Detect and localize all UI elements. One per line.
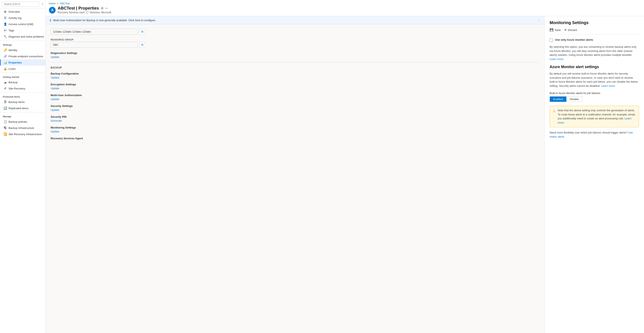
discard-button[interactable]: ✕ Discard [564, 28, 577, 32]
sidebar-item-backup[interactable]: ☁ Backup [0, 79, 46, 85]
sidebar-item-label: Locks [8, 67, 16, 70]
monitoring-toolbar: 💾 Save ✕ Discard [550, 28, 639, 35]
private-endpoints-icon: 🔗 [4, 55, 7, 58]
monitoring-settings-title: Monitoring Settings [50, 126, 540, 129]
sidebar-item-backup-infrastructure[interactable]: 🏗 Backup Infrastructure [0, 125, 46, 131]
backup-policies-icon: 📋 [4, 120, 7, 123]
page-title-block: ABCTest | Properties ☆ ··· Recovery Serv… [58, 6, 111, 14]
sidebar-item-label: Access control (IAM) [8, 23, 34, 26]
mua-title: Multi-User Authorization [50, 94, 540, 97]
backup-config-title: Backup Configuration [50, 72, 540, 75]
info-banner[interactable]: ℹ Multi-User Authorization for Backup is… [46, 16, 544, 25]
tags-icon: 🏷 [4, 29, 7, 32]
mua-update-link[interactable]: Update [50, 98, 59, 101]
page-header: Home > ABCTest A ABCTest | Properties ☆ … [46, 0, 644, 16]
sidebar-item-label: Properties [8, 61, 22, 64]
properties-panel: ℹ Multi-User Authorization for Backup is… [46, 16, 544, 333]
learn-more-link-2[interactable]: Learn more. [601, 84, 616, 87]
encryption-settings-row: Encryption Settings Update [50, 83, 540, 90]
sidebar-search-area: 《 [0, 0, 46, 9]
info-icon[interactable]: ⓘ [86, 11, 88, 14]
security-pin-row: Security PIN Generate [50, 115, 540, 122]
breadcrumb: Home > ABCTest [49, 2, 641, 5]
resource-group-label: Resource group [50, 39, 540, 41]
monitoring-settings-update-link[interactable]: Update [50, 130, 59, 133]
sidebar-item-site-recovery-infrastructure[interactable]: 🔁 Site Recovery infrastructure [0, 131, 46, 137]
sidebar-item-label: Private endpoint connections [8, 55, 43, 58]
security-settings-row: Security Settings Update [50, 104, 540, 112]
sidebar-item-overview[interactable]: ⊞ Overview [0, 9, 46, 15]
security-settings-update-link[interactable]: Update [50, 108, 59, 112]
azure-monitor-checkbox-label: Use only Azure monitor alerts [555, 38, 593, 41]
getting-started-section-label: Getting started [0, 74, 46, 79]
properties-icon: 📊 [4, 61, 7, 64]
enabled-toggle[interactable]: Enabled [550, 97, 566, 102]
save-label: Save [554, 29, 561, 32]
sidebar-item-access-control[interactable]: 👤 Access control (IAM) [0, 21, 46, 27]
page-subtitle: Recovery Services vault ⓘ Directory: Mic… [58, 11, 111, 14]
save-button[interactable]: 💾 Save [550, 28, 561, 32]
disable-toggle[interactable]: Disable [566, 97, 582, 102]
sidebar-item-properties[interactable]: 📊 Properties [0, 59, 46, 66]
sidebar-item-label: Overview [8, 10, 20, 13]
diagnose-icon: 🔧 [4, 35, 7, 38]
backup-config-update-link[interactable]: Update [50, 76, 59, 79]
sidebar-item-backup-policies[interactable]: 📋 Backup policies [0, 119, 46, 125]
copy-resource-group-button[interactable]: ⧉ [140, 42, 145, 48]
overview-icon: ⊞ [4, 10, 7, 13]
recovery-agent-title: Recovery Services Agent [50, 137, 540, 140]
sidebar-item-label: Diagnose and solve problems [8, 35, 44, 38]
azure-monitor-checkbox-row: Use only Azure monitor alerts [550, 38, 639, 42]
copy-resource-id-button[interactable]: ⧉ [140, 29, 145, 35]
sidebar-item-tags[interactable]: 🏷 Tags [0, 27, 46, 34]
sidebar: 《 ⊞ Overview ☰ Activity log 👤 Access con… [0, 0, 46, 333]
diagnostics-settings-row: Diagnostics Settings Update [50, 52, 540, 59]
sidebar-item-private-endpoints[interactable]: 🔗 Private endpoint connections [0, 53, 46, 59]
sidebar-item-locks[interactable]: 🔒 Locks [0, 66, 46, 72]
sidebar-item-identity[interactable]: 🔑 Identity [0, 47, 46, 53]
sidebar-item-label: Activity log [8, 17, 21, 20]
learn-more-link-1[interactable]: Learn more. [550, 58, 564, 61]
main-area: Home > ABCTest A ABCTest | Properties ☆ … [46, 0, 644, 333]
warning-icon: ⚠ [553, 109, 556, 114]
resource-id-row: ⧉ [50, 29, 540, 35]
search-input[interactable] [2, 2, 39, 7]
encryption-update-link[interactable]: Update [50, 87, 59, 90]
sidebar-item-label: Tags [8, 29, 14, 32]
diagnostics-title: Diagnostics Settings [50, 52, 540, 55]
mua-settings-row: Multi-User Authorization Update [50, 94, 540, 101]
sidebar-item-label: Backup items [8, 101, 25, 104]
site-recovery-icon: ↺ [4, 87, 7, 90]
breadcrumb-current[interactable]: ABCTest [60, 2, 70, 5]
sidebar-item-label: Backup Infrastructure [8, 126, 34, 130]
warning-text: Note that the above setting only control… [558, 108, 636, 125]
sidebar-item-diagnose[interactable]: 🔧 Diagnose and solve problems [0, 34, 46, 40]
favorite-icon[interactable]: ☆ [100, 6, 104, 10]
built-in-alerts-label: Built-in Azure Monitor alerts for job fa… [550, 92, 639, 95]
diagnostics-update-link[interactable]: Update [50, 56, 59, 59]
resource-id-field: ⧉ [50, 29, 540, 35]
security-pin-generate-link[interactable]: Generate [50, 119, 62, 122]
breadcrumb-home[interactable]: Home [49, 2, 56, 5]
azure-monitor-checkbox[interactable] [550, 39, 553, 42]
sidebar-item-label: Site Recovery infrastructure [8, 133, 42, 136]
sidebar-item-site-recovery[interactable]: ↺ Site Recovery [0, 85, 46, 92]
protected-items-section-label: Protected items [0, 93, 46, 99]
recovery-agent-row: Recovery Services Agent [50, 137, 540, 140]
backup-icon: ☁ [4, 81, 7, 84]
sidebar-item-activity-log[interactable]: ☰ Activity log [0, 15, 46, 21]
more-options-icon[interactable]: ··· [105, 7, 108, 10]
resource-group-row: ⧉ [50, 42, 540, 48]
monitoring-panel: Monitoring Settings 💾 Save ✕ Discard Use… [544, 16, 644, 333]
replicated-items-icon: 🔄 [4, 107, 7, 110]
banner-info-icon: ℹ [50, 18, 51, 22]
identity-icon: 🔑 [4, 48, 7, 52]
sidebar-item-backup-items[interactable]: 🗄 Backup items [0, 99, 46, 105]
collapse-sidebar-button[interactable]: 《 [40, 2, 43, 6]
sidebar-item-label: Backup [8, 81, 18, 84]
azure-monitor-alert-description: By default you will receive built-in Azu… [550, 72, 639, 88]
locks-icon: 🔒 [4, 67, 7, 70]
backup-infrastructure-icon: 🏗 [4, 126, 7, 130]
sidebar-item-replicated-items[interactable]: 🔄 Replicated items [0, 105, 46, 111]
sidebar-item-label: Identity [8, 49, 17, 52]
